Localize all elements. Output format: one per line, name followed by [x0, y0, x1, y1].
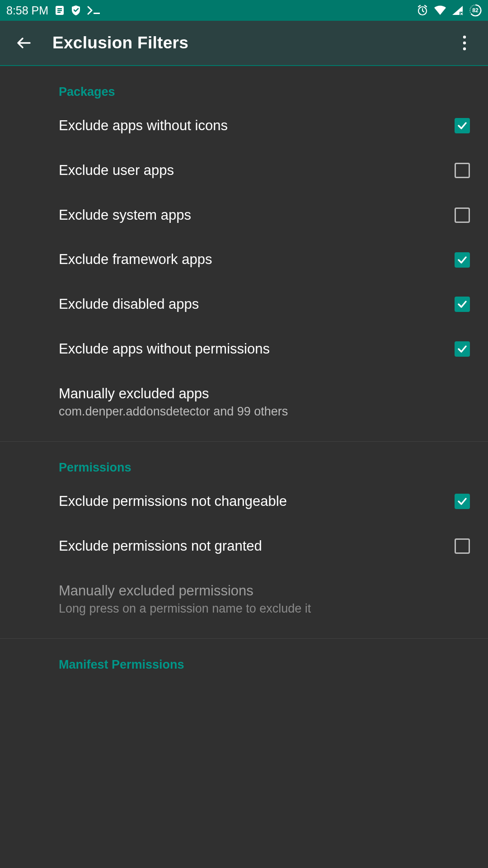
row-manually-excluded-apps[interactable]: Manually excluded apps com.denper.addons…: [0, 372, 488, 434]
setting-label: Exclude disabled apps: [59, 296, 444, 313]
status-bar: 8:58 PM 82: [0, 0, 488, 21]
checkbox[interactable]: [455, 297, 470, 312]
svg-point-10: [463, 47, 466, 50]
setting-label: Exclude permissions not changeable: [59, 493, 444, 510]
alarm-icon: [417, 5, 428, 16]
setting-label: Exclude permissions not granted: [59, 538, 444, 555]
wifi-icon: [434, 5, 446, 15]
svg-rect-4: [94, 13, 100, 14]
svg-rect-2: [57, 10, 62, 11]
setting-label: Exclude user apps: [59, 162, 444, 179]
battery-percent-text: 82: [469, 4, 482, 17]
more-vert-icon: [463, 35, 466, 51]
checkbox[interactable]: [455, 538, 470, 554]
setting-label: Exclude apps without icons: [59, 117, 444, 135]
app-bar: Exclusion Filters: [0, 21, 488, 66]
row-exclude-apps-without-permissions[interactable]: Exclude apps without permissions: [0, 327, 488, 372]
svg-point-8: [463, 36, 466, 38]
arrow-left-icon: [14, 34, 33, 52]
svg-rect-3: [57, 12, 61, 13]
notification-shield-icon: [71, 5, 81, 16]
notification-terminal-icon: [87, 5, 101, 15]
section-header-manifest-permissions: Manifest Permissions: [0, 639, 488, 676]
svg-rect-1: [57, 8, 62, 9]
checkbox[interactable]: [455, 341, 470, 357]
row-exclude-permissions-not-changeable[interactable]: Exclude permissions not changeable: [0, 479, 488, 524]
cell-signal-icon: [452, 5, 464, 15]
settings-list: Packages Exclude apps without icons Excl…: [0, 66, 488, 676]
battery-indicator: 82: [469, 4, 482, 17]
section-header-permissions: Permissions: [0, 442, 488, 479]
bottom-fade: [0, 832, 488, 868]
row-manually-excluded-permissions: Manually excluded permissions Long press…: [0, 569, 488, 631]
status-time: 8:58 PM: [6, 4, 48, 17]
setting-label: Manually excluded apps: [59, 385, 459, 403]
checkbox[interactable]: [455, 208, 470, 223]
setting-summary: com.denper.addonsdetector and 99 others: [59, 404, 459, 420]
setting-summary: Long press on a permission name to exclu…: [59, 601, 459, 617]
row-exclude-system-apps[interactable]: Exclude system apps: [0, 193, 488, 238]
row-exclude-disabled-apps[interactable]: Exclude disabled apps: [0, 282, 488, 327]
checkbox[interactable]: [455, 163, 470, 178]
back-button[interactable]: [7, 27, 40, 59]
checkbox[interactable]: [455, 494, 470, 509]
setting-label: Exclude framework apps: [59, 251, 444, 269]
svg-point-9: [463, 42, 466, 44]
setting-label: Manually excluded permissions: [59, 582, 459, 600]
page-title: Exclusion Filters: [52, 33, 188, 52]
setting-label: Exclude system apps: [59, 207, 444, 224]
setting-label: Exclude apps without permissions: [59, 340, 444, 358]
row-exclude-framework-apps[interactable]: Exclude framework apps: [0, 237, 488, 282]
overflow-menu-button[interactable]: [448, 27, 481, 59]
section-header-packages: Packages: [0, 66, 488, 104]
row-exclude-permissions-not-granted[interactable]: Exclude permissions not granted: [0, 524, 488, 569]
notification-doc-icon: [55, 5, 65, 16]
checkbox[interactable]: [455, 252, 470, 268]
row-exclude-apps-without-icons[interactable]: Exclude apps without icons: [0, 104, 488, 148]
row-exclude-user-apps[interactable]: Exclude user apps: [0, 148, 488, 193]
checkbox[interactable]: [455, 118, 470, 133]
